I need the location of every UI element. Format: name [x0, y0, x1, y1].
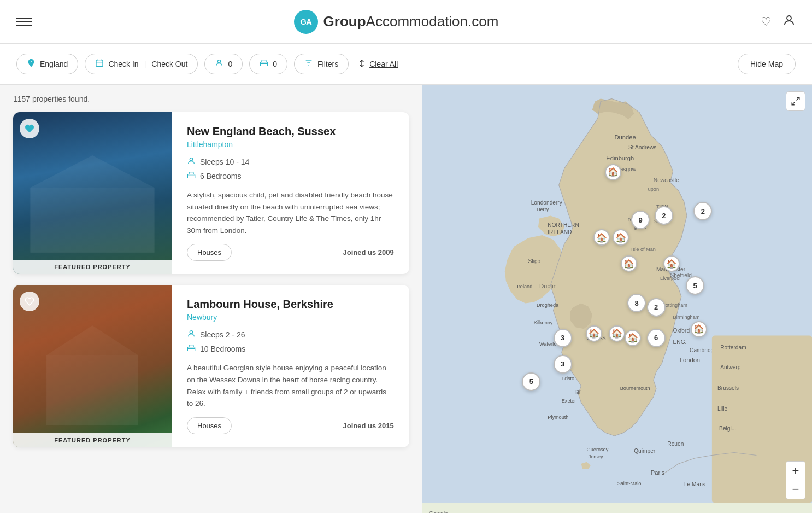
svg-text:Derry: Derry [537, 207, 549, 212]
property-title-1: New England Beach, Sussex [187, 125, 394, 138]
property-meta-1: Sleeps 10 - 14 6 Bedrooms [187, 156, 394, 182]
property-image-2: FEATURED PROPERTY [13, 285, 172, 447]
clear-all-button[interactable]: Clear All [357, 59, 398, 69]
property-content-2: Lambourn House, Berkshire Newbury Sleeps… [172, 285, 409, 447]
property-card[interactable]: FEATURED PROPERTY New England Beach, Sus… [13, 112, 409, 274]
hamburger-menu[interactable] [16, 18, 32, 26]
map-expand-button[interactable] [786, 91, 805, 111]
wishlist-icon[interactable]: ♡ [761, 15, 772, 29]
location-filter[interactable]: England [16, 54, 78, 74]
sort-icon [357, 59, 366, 69]
svg-text:Antwerp: Antwerp [720, 364, 741, 370]
bedrooms-icon [260, 59, 268, 69]
svg-text:Glasgow: Glasgow [614, 166, 636, 172]
svg-text:Nottingham: Nottingham [662, 302, 687, 308]
date-filter[interactable]: Check In | Check Out [85, 54, 198, 74]
property-title-2: Lambourn House, Berkshire [187, 298, 394, 311]
listings-panel: 1157 properties found. FEATURED PROPERTY [0, 85, 422, 513]
svg-text:Dublin: Dublin [539, 283, 557, 289]
svg-rect-1 [96, 60, 103, 67]
svg-text:Sligo: Sligo [528, 258, 540, 264]
logo-text: GroupAccommodation.com [323, 13, 499, 30]
results-count: 1157 properties found. [13, 95, 409, 103]
svg-point-12 [190, 158, 192, 161]
svg-text:Oxford: Oxford [673, 328, 690, 334]
featured-badge-2: FEATURED PROPERTY [13, 433, 172, 447]
svg-text:Drogheda: Drogheda [537, 302, 559, 308]
filters-button[interactable]: Filters [294, 54, 349, 74]
svg-text:Brussels: Brussels [717, 385, 739, 391]
filters-label: Filters [317, 60, 338, 68]
svg-text:Bristo: Bristo [561, 376, 574, 381]
hide-map-label: Hide Map [750, 60, 783, 68]
main-content: 1157 properties found. FEATURED PROPERTY [0, 85, 812, 513]
logo: GA GroupAccommodation.com [294, 10, 499, 34]
svg-text:Edinburgh: Edinburgh [606, 155, 634, 161]
bedrooms-filter[interactable]: 0 [249, 54, 287, 74]
svg-text:Le Mans: Le Mans [684, 481, 705, 487]
sleeps-icon-1 [187, 156, 196, 167]
account-icon[interactable] [782, 14, 796, 30]
svg-text:Waterford: Waterford [539, 341, 561, 347]
svg-text:Sco: Sco [654, 219, 662, 224]
tag-button-2[interactable]: Houses [187, 417, 232, 434]
svg-text:Isle of Man: Isle of Man [631, 247, 656, 252]
featured-badge-1: FEATURED PROPERTY [13, 260, 172, 274]
map-svg: Dundee St Andrews Edinburgh Glasgow Lond… [422, 85, 812, 503]
map-container[interactable]: Dundee St Andrews Edinburgh Glasgow Lond… [422, 85, 812, 513]
svg-line-67 [792, 102, 795, 105]
svg-text:ted: ted [628, 217, 636, 223]
checkin-label: Check In [108, 60, 138, 68]
svg-text:Belgi...: Belgi... [719, 425, 736, 432]
svg-text:NORTHERN: NORTHERN [548, 222, 579, 228]
zoom-in-button[interactable]: + [786, 462, 805, 480]
svg-text:Sheffield: Sheffield [670, 272, 691, 278]
svg-text:Bournemouth: Bournemouth [620, 386, 650, 391]
hide-map-button[interactable]: Hide Map [738, 54, 796, 74]
svg-text:gdon: gdon [634, 224, 646, 230]
property-description-1: A stylish, spacious child, pet and disab… [187, 189, 394, 236]
zoom-out-button[interactable]: − [786, 480, 805, 499]
checkout-label: Check Out [151, 60, 187, 68]
tag-button-1[interactable]: Houses [187, 244, 232, 261]
location-icon [27, 59, 36, 69]
svg-text:Saint-Malo: Saint-Malo [617, 481, 641, 486]
svg-point-15 [190, 331, 192, 334]
sleeps-row-2: Sleeps 2 - 26 [187, 329, 394, 340]
svg-line-66 [797, 97, 799, 100]
svg-text:Londonderry: Londonderry [531, 200, 562, 206]
svg-rect-10 [30, 188, 154, 253]
svg-text:London: London [679, 357, 699, 363]
filter-bar: England Check In | Check Out 0 0 [0, 44, 812, 85]
svg-text:Birmingham: Birmingham [673, 314, 699, 320]
svg-text:Rouen: Rouen [667, 441, 684, 447]
svg-text:WALES: WALES [586, 335, 605, 341]
svg-point-0 [787, 16, 791, 20]
header: GA GroupAccommodation.com ♡ [0, 0, 812, 44]
clear-all-label: Clear All [369, 60, 398, 68]
joined-text-2: Joined us 2015 [343, 422, 394, 430]
property-meta-2: Sleeps 2 - 26 10 Bedrooms [187, 329, 394, 354]
svg-text:Quimper: Quimper [634, 448, 656, 454]
bedrooms-row-2: 10 Bedrooms [187, 343, 394, 354]
property-location-1: Littlehampton [187, 140, 394, 149]
map-panel: Dundee St Andrews Edinburgh Glasgow Lond… [422, 85, 812, 513]
property-footer-2: Houses Joined us 2015 [187, 417, 394, 434]
google-logo: Google [429, 510, 448, 513]
svg-text:IRELAND: IRELAND [548, 229, 572, 235]
bedrooms-row-1: 6 Bedrooms [187, 171, 394, 182]
calendar-icon [95, 59, 104, 69]
property-card-2[interactable]: FEATURED PROPERTY Lambourn House, Berksh… [13, 285, 409, 447]
svg-marker-14 [46, 325, 138, 355]
property-content-1: New England Beach, Sussex Littlehampton … [172, 112, 409, 274]
svg-text:Newcastle: Newcastle [654, 177, 679, 183]
svg-text:upon: upon [648, 186, 658, 192]
property-photo-2 [13, 285, 172, 447]
guests-filter[interactable]: 0 [204, 54, 243, 74]
svg-text:Rotterdam: Rotterdam [720, 345, 746, 351]
wishlist-button-1[interactable] [20, 119, 39, 138]
property-footer-1: Houses Joined us 2009 [187, 244, 394, 261]
bed-icon-2 [187, 343, 196, 354]
svg-text:Paris: Paris [650, 469, 664, 476]
svg-rect-13 [46, 355, 138, 425]
